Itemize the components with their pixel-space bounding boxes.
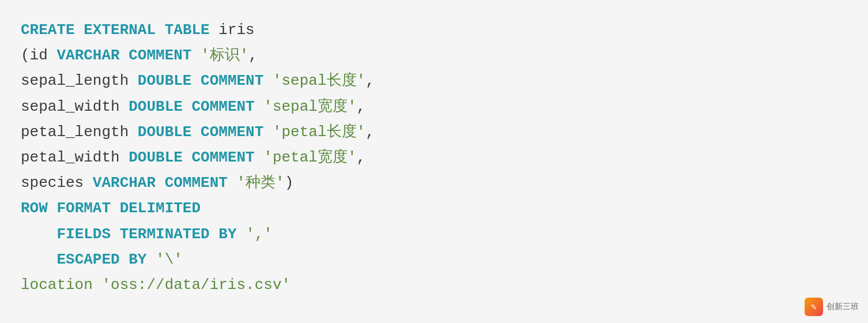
code-token: BY bbox=[129, 251, 146, 268]
code-token: CREATE bbox=[21, 21, 75, 39]
code-block: CREATE EXTERNAL TABLE iris(id VARCHAR CO… bbox=[21, 17, 847, 298]
code-token: iris bbox=[210, 21, 255, 39]
code-token: ',' bbox=[246, 226, 273, 243]
watermark: ✎ 创新三班 bbox=[805, 298, 859, 316]
code-line-line1: CREATE EXTERNAL TABLE iris bbox=[21, 17, 847, 43]
code-line-line11: location 'oss://data/iris.csv' bbox=[21, 272, 847, 298]
code-token: COMMENT bbox=[191, 149, 254, 166]
code-token: 'oss://data/iris.csv' bbox=[101, 276, 290, 294]
code-token bbox=[48, 200, 57, 217]
code-token: 'sepal长度' bbox=[273, 72, 365, 89]
code-token: ESCAPED bbox=[56, 251, 119, 268]
code-token bbox=[237, 226, 246, 243]
code-line-line2: (id VARCHAR COMMENT '标识', bbox=[21, 43, 847, 68]
code-line-line9: FIELDS TERMINATED BY ',' bbox=[21, 221, 847, 247]
code-line-line4: sepal_width DOUBLE COMMENT 'sepal宽度', bbox=[21, 94, 847, 119]
code-token: DOUBLE bbox=[129, 98, 183, 115]
code-token bbox=[111, 226, 120, 243]
code-token: EXTERNAL bbox=[84, 21, 156, 39]
code-token bbox=[156, 21, 165, 39]
watermark-text: 创新三班 bbox=[827, 302, 859, 312]
code-token: , bbox=[365, 123, 375, 141]
code-token: ROW bbox=[21, 200, 48, 217]
code-token: DELIMITED bbox=[120, 200, 201, 217]
code-token: , bbox=[357, 149, 366, 166]
code-token: VARCHAR bbox=[56, 47, 119, 64]
code-token: (id bbox=[21, 47, 56, 64]
code-token: TABLE bbox=[165, 21, 210, 39]
code-token: 'petal长度' bbox=[273, 123, 365, 141]
code-token bbox=[183, 149, 192, 166]
code-token bbox=[191, 72, 201, 89]
code-token: petal_length bbox=[21, 123, 138, 141]
code-token bbox=[21, 226, 56, 243]
code-token: '种类' bbox=[236, 174, 284, 191]
code-token: sepal_length bbox=[21, 72, 138, 89]
code-token bbox=[263, 72, 273, 89]
code-line-line3: sepal_length DOUBLE COMMENT 'sepal长度', bbox=[21, 68, 847, 93]
code-token: sepal_width bbox=[21, 98, 129, 115]
code-token: 'sepal宽度' bbox=[263, 98, 356, 115]
code-token bbox=[228, 174, 237, 191]
code-token: , bbox=[248, 47, 258, 64]
code-token: TERMINATED bbox=[120, 226, 210, 243]
watermark-icon: ✎ bbox=[805, 298, 823, 316]
code-token: '\' bbox=[156, 251, 183, 268]
code-token bbox=[210, 226, 219, 243]
code-editor: CREATE EXTERNAL TABLE iris(id VARCHAR CO… bbox=[0, 0, 868, 323]
code-token bbox=[93, 276, 102, 294]
code-token: DOUBLE bbox=[138, 72, 192, 89]
code-token bbox=[120, 251, 129, 268]
code-token: FORMAT bbox=[56, 200, 111, 217]
code-token: '标识' bbox=[201, 47, 248, 64]
code-token: BY bbox=[218, 226, 236, 243]
code-token bbox=[21, 251, 56, 268]
code-token bbox=[255, 149, 264, 166]
code-line-line7: species VARCHAR COMMENT '种类') bbox=[21, 170, 847, 196]
code-token: DOUBLE bbox=[129, 149, 183, 166]
code-token: , bbox=[365, 72, 375, 89]
code-token bbox=[156, 174, 165, 191]
code-line-line10: ESCAPED BY '\' bbox=[21, 247, 847, 272]
code-token: 'petal宽度' bbox=[263, 149, 356, 166]
code-line-line5: petal_length DOUBLE COMMENT 'petal长度', bbox=[21, 119, 847, 145]
code-token: COMMENT bbox=[165, 174, 228, 191]
code-token: COMMENT bbox=[129, 47, 191, 64]
code-token: species bbox=[21, 174, 93, 191]
code-token bbox=[255, 98, 264, 115]
code-token bbox=[183, 98, 192, 115]
code-token bbox=[191, 123, 201, 141]
code-token: FIELDS bbox=[56, 226, 111, 243]
code-token bbox=[75, 21, 84, 39]
code-token: COMMENT bbox=[191, 98, 254, 115]
code-line-line6: petal_width DOUBLE COMMENT 'petal宽度', bbox=[21, 145, 847, 170]
code-token bbox=[146, 251, 156, 268]
code-token: location bbox=[21, 276, 93, 294]
code-token bbox=[191, 47, 201, 64]
code-line-line8: ROW FORMAT DELIMITED bbox=[21, 196, 847, 221]
code-token bbox=[111, 200, 120, 217]
code-token: petal_width bbox=[21, 149, 129, 166]
code-token: VARCHAR bbox=[93, 174, 156, 191]
code-token: DOUBLE bbox=[138, 123, 192, 141]
code-token: ) bbox=[285, 174, 294, 191]
code-token: COMMENT bbox=[201, 123, 263, 141]
code-token: , bbox=[357, 98, 366, 115]
code-token: COMMENT bbox=[201, 72, 263, 89]
code-token bbox=[263, 123, 273, 141]
code-token bbox=[120, 47, 129, 64]
